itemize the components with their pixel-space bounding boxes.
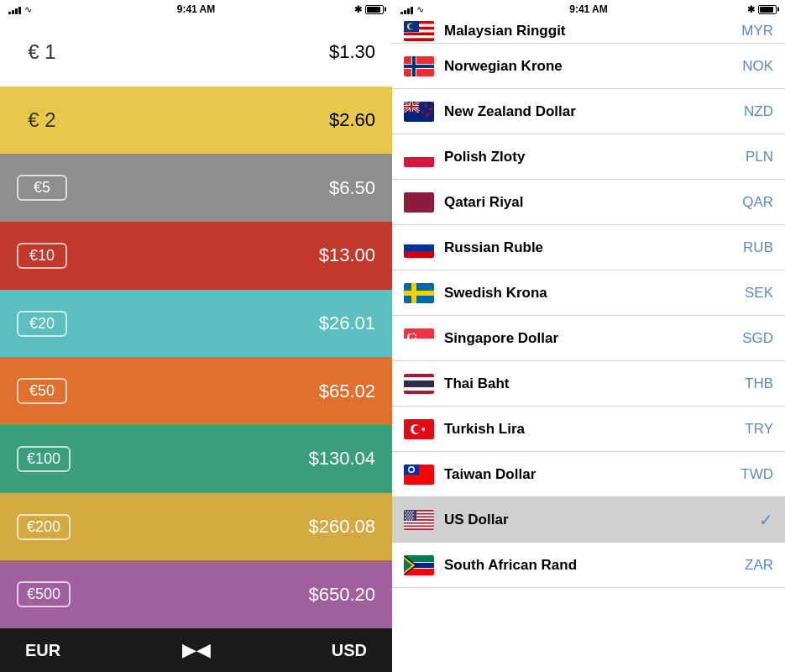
svg-point-49 [411,338,413,339]
svg-point-46 [415,334,416,336]
row-20[interactable]: €20 $26.01 [0,290,392,358]
denom-1: € 1 [17,38,67,66]
row-5[interactable]: €5 $6.50 [0,154,392,222]
flag-sgd [404,328,434,349]
svg-rect-25 [404,106,419,108]
denom-500: €500 [17,581,71,607]
svg-point-71 [407,511,409,512]
list-item-nok[interactable]: Norwegian Krone NOK [392,44,785,89]
name-myr: Malaysian Ringgit [444,23,741,39]
right-time: 9:41 AM [569,3,608,15]
row-500[interactable]: €500 $650.20 [0,560,392,628]
code-qar: QAR [742,194,773,211]
flag-rub [404,238,434,258]
code-nok: NOK [742,58,773,75]
list-item-pln[interactable]: Polish Zloty PLN [392,134,785,180]
flag-myr [404,21,434,41]
svg-point-28 [426,113,429,117]
row-2[interactable]: € 2 $2.60 [0,87,392,155]
code-zar: ZAR [745,557,773,574]
flag-try [404,419,434,439]
to-currency[interactable]: USD [332,641,367,660]
flag-usd [404,510,434,530]
list-item-usd[interactable]: US Dollar ✓ [392,497,785,543]
list-item-sek[interactable]: Swedish Krona SEK [392,270,785,316]
name-nzd: New Zealand Dollar [444,103,744,120]
flag-qar [404,192,434,213]
value-5: $6.50 [329,177,375,199]
list-item-sgd[interactable]: Singapore Dollar SGD [392,316,785,361]
list-item-try[interactable]: Turkish Lira TRY [392,407,785,452]
svg-point-55 [413,425,421,433]
selected-checkmark: ✓ [759,510,773,530]
svg-point-48 [413,339,415,340]
bluetooth-icon: ✱ [354,4,362,15]
wifi-icon: ∿ [24,4,32,15]
flag-sek [404,283,434,303]
svg-rect-40 [404,291,434,296]
right-status-left: ∿ [400,4,424,15]
flag-nzd [404,102,434,122]
value-10: $13.00 [319,244,375,266]
svg-rect-6 [404,35,434,38]
list-item-myr[interactable]: Malaysian Ringgit MYR [392,18,785,44]
row-100[interactable]: €100 $130.04 [0,425,392,493]
list-item-zar[interactable]: South African Rand ZAR [392,543,785,588]
denom-50: €50 [17,378,67,404]
svg-point-70 [405,511,406,512]
svg-point-87 [412,517,414,519]
name-qar: Qatari Riyal [444,194,742,211]
left-status-left: ∿ [8,4,32,15]
right-signal-bars [400,4,413,14]
svg-rect-30 [404,147,434,157]
svg-point-73 [412,511,414,512]
list-item-rub[interactable]: Russian Ruble RUB [392,225,785,270]
flag-nok [404,56,434,76]
from-currency[interactable]: EUR [25,641,60,660]
denom-100: €100 [17,446,71,472]
svg-point-10 [409,24,414,29]
svg-point-80 [412,514,414,516]
list-item-twd[interactable]: Taiwan Dollar TWD [392,452,785,497]
right-status-right: ✱ [747,4,777,15]
svg-point-88 [406,519,408,521]
svg-point-45 [413,333,415,334]
battery-icon [365,5,384,14]
right-battery-icon [758,5,777,14]
value-200: $260.08 [308,516,375,538]
row-200[interactable]: €200 $260.08 [0,493,392,561]
flag-pln [404,147,434,167]
name-sgd: Singapore Dollar [444,330,742,347]
name-usd: US Dollar [444,512,751,528]
flag-zar [404,555,434,575]
flag-thb [404,374,434,394]
list-item-qar[interactable]: Qatari Riyal QAR [392,180,785,225]
value-100: $130.04 [308,448,375,470]
left-time: 9:41 AM [177,3,216,15]
code-rub: RUB [743,239,773,256]
code-thb: THB [745,375,773,392]
svg-point-76 [411,512,413,514]
svg-rect-37 [404,251,434,258]
svg-point-72 [410,511,411,512]
swap-arrows[interactable]: ▶◀ [182,639,211,661]
flag-twd [404,465,434,485]
svg-point-85 [407,517,409,519]
svg-point-86 [410,517,411,519]
row-50[interactable]: €50 $65.02 [0,357,392,425]
name-thb: Thai Baht [444,375,745,392]
denom-200: €200 [17,514,71,540]
list-item-thb[interactable]: Thai Baht THB [392,361,785,407]
svg-point-47 [415,337,416,339]
svg-rect-36 [404,244,434,251]
right-bluetooth-icon: ✱ [747,4,755,15]
svg-rect-66 [404,520,434,522]
denom-20: €20 [17,311,67,337]
value-50: $65.02 [319,381,375,402]
code-myr: MYR [741,23,773,39]
list-item-nzd[interactable]: New Zealand Dollar NZD [392,89,785,134]
row-10[interactable]: €10 $13.00 [0,222,392,290]
svg-rect-5 [404,32,434,34]
row-1[interactable]: € 1 $1.30 [0,18,392,87]
denom-10: €10 [17,243,67,269]
